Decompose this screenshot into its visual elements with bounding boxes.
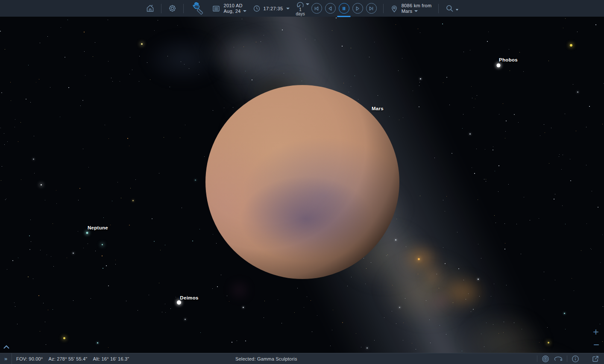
play-icon	[353, 4, 362, 13]
sky-viewport[interactable]: PhobosMarsNeptuneDeimos + −	[0, 17, 604, 353]
info-icon	[571, 355, 580, 363]
home-icon	[146, 4, 155, 13]
chevron-down-icon	[414, 10, 418, 12]
divider	[183, 4, 184, 13]
altitude-value: Alt: 16° 16′ 16.3″	[93, 356, 129, 361]
external-link-icon	[591, 355, 600, 363]
center-object-button[interactable]	[541, 355, 550, 363]
chevron-down-icon	[306, 3, 309, 5]
zoom-in-button[interactable]: +	[593, 328, 599, 336]
chevron-down-icon	[286, 8, 290, 9]
sky-label-deimos[interactable]: Deimos	[180, 295, 198, 300]
gear-icon	[168, 4, 177, 13]
date-era: 2010 AD	[223, 3, 246, 9]
deimos-dot[interactable]	[177, 300, 181, 305]
top-toolbar: 2010 AD Aug, 24 17:27:35 1	[0, 0, 604, 17]
location-pin-icon	[390, 4, 399, 13]
play-back-icon	[325, 4, 335, 13]
date-day: Aug, 24	[223, 9, 240, 14]
skip-start-icon	[312, 4, 321, 13]
neptune-dot[interactable]	[86, 232, 88, 234]
search-icon	[445, 4, 454, 13]
step-back-button[interactable]	[325, 3, 336, 14]
pan-up-button[interactable]	[3, 345, 10, 349]
divider	[537, 355, 537, 362]
measure-tool-button[interactable]	[195, 7, 205, 16]
statusbar-tools	[537, 355, 604, 363]
time-value: 17:27:35	[264, 6, 283, 11]
divider	[567, 355, 567, 362]
settings-button[interactable]	[168, 4, 177, 13]
info-button[interactable]	[571, 355, 580, 363]
play-button[interactable]	[352, 3, 363, 14]
selected-object-label: Selected: Gamma Sculptoris	[235, 356, 297, 361]
azimuth-value: Az: 278° 55′ 55.4″	[48, 356, 87, 361]
date-selector[interactable]: 2010 AD Aug, 24	[212, 3, 246, 14]
chevron-down-icon	[243, 10, 246, 12]
view-coordinates: FOV: 90.00° Az: 278° 55′ 55.4″ Alt: 16° …	[16, 356, 129, 361]
target-icon	[541, 355, 550, 363]
playback-controls	[311, 3, 377, 14]
pointer-tools	[190, 0, 205, 17]
location-selector[interactable]: 8086 km from Mars	[390, 3, 432, 14]
home-button[interactable]	[146, 4, 155, 13]
time-step-unit: days	[296, 12, 305, 16]
chevron-up-icon	[3, 345, 10, 349]
divider	[438, 4, 439, 13]
time-selector[interactable]: 17:27:35	[253, 5, 290, 12]
share-external-button[interactable]	[591, 355, 600, 363]
skip-end-icon	[367, 4, 376, 13]
pause-icon	[339, 4, 349, 13]
phobos-dot[interactable]	[497, 64, 501, 68]
sky-label-mars[interactable]: Mars	[372, 106, 384, 111]
calendar-icon	[212, 4, 220, 13]
clock-icon	[253, 5, 261, 12]
chevron-down-icon	[456, 9, 458, 11]
location-distance: 8086 km from	[402, 3, 432, 9]
ruler-icon	[195, 7, 205, 16]
divider	[12, 353, 12, 364]
zoom-out-button[interactable]: −	[593, 341, 599, 349]
skip-to-end-button[interactable]	[366, 3, 377, 14]
expand-panel-button[interactable]: »	[0, 353, 12, 364]
divider	[383, 4, 384, 13]
orbit-rotate-icon	[554, 355, 563, 363]
planetarium-app: 2010 AD Aug, 24 17:27:35 1	[0, 0, 604, 364]
sky-label-phobos[interactable]: Phobos	[499, 57, 518, 62]
object-labels-layer: PhobosMarsNeptuneDeimos	[0, 17, 604, 353]
status-bar: » FOV: 90.00° Az: 278° 55′ 55.4″ Alt: 16…	[0, 353, 604, 364]
divider	[161, 4, 161, 13]
orbit-view-button[interactable]	[554, 355, 563, 363]
fov-value: FOV: 90.00°	[16, 356, 43, 361]
time-step-selector[interactable]: 1 days	[296, 1, 305, 16]
sky-label-neptune[interactable]: Neptune	[88, 225, 108, 230]
pause-button[interactable]	[339, 3, 349, 14]
search-button[interactable]	[445, 4, 458, 13]
skip-to-start-button[interactable]	[311, 3, 322, 14]
location-body: Mars	[402, 9, 413, 14]
